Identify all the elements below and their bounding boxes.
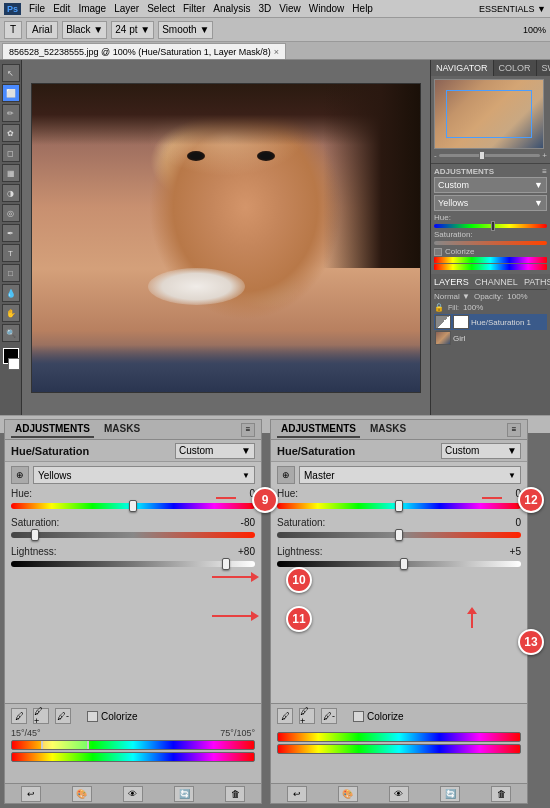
left-hue-thumb[interactable] xyxy=(129,500,137,512)
right-action-btn5[interactable]: 🗑 xyxy=(491,786,511,802)
left-light-value[interactable]: +80 xyxy=(227,546,255,557)
layer-girl[interactable]: Girl xyxy=(434,330,547,346)
background-color[interactable] xyxy=(8,358,20,370)
menu-view[interactable]: View xyxy=(279,3,301,14)
left-eyedrop-btn1[interactable]: 🖊 xyxy=(11,708,27,724)
mini-colorize-checkbox[interactable] xyxy=(434,248,442,256)
nav-zoom-thumb[interactable] xyxy=(479,151,485,160)
right-color-range-bar1[interactable] xyxy=(277,732,521,742)
clone-tool[interactable]: ✿ xyxy=(2,124,20,142)
navigator-tab[interactable]: NAVIGATOR xyxy=(431,60,494,76)
left-adj-preset-dropdown[interactable]: Custom ▼ xyxy=(175,443,255,459)
right-adj-tab-masks[interactable]: MASKS xyxy=(366,421,410,438)
right-sat-value[interactable]: 0 xyxy=(493,517,521,528)
eyedrop-tool[interactable]: 💧 xyxy=(2,284,20,302)
mini-preset-dropdown[interactable]: Custom ▼ xyxy=(434,177,547,193)
left-action-btn1[interactable]: ↩ xyxy=(21,786,41,802)
left-eyedrop-btn3[interactable]: 🖊- xyxy=(55,708,71,724)
anti-alias[interactable]: Smooth ▼ xyxy=(158,21,213,39)
left-action-btn3[interactable]: 👁 xyxy=(123,786,143,802)
tool-options[interactable]: T xyxy=(4,21,22,39)
hand-tool[interactable]: ✋ xyxy=(2,304,20,322)
blur-tool[interactable]: ◑ xyxy=(2,184,20,202)
right-adj-preset-dropdown[interactable]: Custom ▼ xyxy=(441,443,521,459)
mini-sat-track[interactable] xyxy=(434,241,547,245)
tab-close-btn[interactable]: × xyxy=(274,47,279,57)
right-hue-track[interactable] xyxy=(277,503,521,509)
right-action-btn1[interactable]: ↩ xyxy=(287,786,307,802)
left-sat-value[interactable]: -80 xyxy=(227,517,255,528)
right-sat-thumb[interactable] xyxy=(395,529,403,541)
menu-help[interactable]: Help xyxy=(352,3,373,14)
brush-tool[interactable]: ✏ xyxy=(2,104,20,122)
nav-zoom-slider[interactable] xyxy=(439,154,541,157)
menu-window[interactable]: Window xyxy=(309,3,345,14)
right-action-btn2[interactable]: 🎨 xyxy=(338,786,358,802)
crop-tool[interactable]: ⬜ xyxy=(2,84,20,102)
right-eyedrop-btn3[interactable]: 🖊- xyxy=(321,708,337,724)
left-action-btn2[interactable]: 🎨 xyxy=(72,786,92,802)
menu-filter[interactable]: Filter xyxy=(183,3,205,14)
gradient-tool[interactable]: ▦ xyxy=(2,164,20,182)
left-color-range-bar1[interactable] xyxy=(11,740,255,750)
left-action-btn5[interactable]: 🗑 xyxy=(225,786,245,802)
layers-tab[interactable]: LAYERS xyxy=(434,277,469,287)
right-eyedrop-btn2[interactable]: 🖊+ xyxy=(299,708,315,724)
document-tab[interactable]: 856528_52238555.jpg @ 100% (Hue/Saturati… xyxy=(2,43,286,59)
left-colorize-checkbox[interactable] xyxy=(87,711,98,722)
left-light-thumb[interactable] xyxy=(222,558,230,570)
left-channel-dropdown[interactable]: Yellows ▼ xyxy=(33,466,255,484)
left-action-btn4[interactable]: 🔄 xyxy=(174,786,194,802)
right-colorize-checkbox[interactable] xyxy=(353,711,364,722)
shape-tool[interactable]: □ xyxy=(2,264,20,282)
zoom-tool[interactable]: 🔍 xyxy=(2,324,20,342)
menu-file[interactable]: File xyxy=(29,3,45,14)
left-light-track[interactable] xyxy=(11,561,255,567)
right-adj-menu-btn[interactable]: ≡ xyxy=(507,423,521,437)
menu-image[interactable]: Image xyxy=(78,3,106,14)
right-eyedrop-btn1[interactable]: 🖊 xyxy=(277,708,293,724)
fill-value[interactable]: 100% xyxy=(463,303,483,312)
mini-adj-menu[interactable]: ≡ xyxy=(542,167,547,176)
swatches-tab[interactable]: SWATC xyxy=(537,60,550,76)
essentials-btn[interactable]: ESSENTIALS ▼ xyxy=(479,4,546,14)
selection-tool[interactable]: ↖ xyxy=(2,64,20,82)
paths-tab[interactable]: PATHS xyxy=(524,277,550,287)
menu-edit[interactable]: Edit xyxy=(53,3,70,14)
font-selector[interactable]: Arial xyxy=(26,21,58,39)
right-adj-tab-adjustments[interactable]: ADJUSTMENTS xyxy=(277,421,360,438)
menu-select[interactable]: Select xyxy=(147,3,175,14)
pen-tool[interactable]: ✒ xyxy=(2,224,20,242)
right-action-btn3[interactable]: 👁 xyxy=(389,786,409,802)
channels-tab[interactable]: CHANNEL xyxy=(475,277,518,287)
nav-zoom-in-icon[interactable]: + xyxy=(542,151,547,160)
right-hue-thumb[interactable] xyxy=(395,500,403,512)
right-light-track[interactable] xyxy=(277,561,521,567)
left-hue-track[interactable] xyxy=(11,503,255,509)
layer-hue-sat[interactable]: Hue/Saturation 1 xyxy=(434,314,547,330)
mini-channel-dropdown[interactable]: Yellows ▼ xyxy=(434,195,547,211)
menu-analysis[interactable]: Analysis xyxy=(213,3,250,14)
left-sat-track[interactable] xyxy=(11,532,255,538)
mini-hue-track[interactable] xyxy=(434,224,547,228)
left-adj-menu-btn[interactable]: ≡ xyxy=(241,423,255,437)
left-eyedrop-btn2[interactable]: 🖊+ xyxy=(33,708,49,724)
font-color[interactable]: Black ▼ xyxy=(62,21,107,39)
text-tool[interactable]: T xyxy=(2,244,20,262)
right-light-thumb[interactable] xyxy=(400,558,408,570)
nav-box[interactable] xyxy=(446,90,532,138)
mini-hue-thumb[interactable] xyxy=(491,221,495,231)
eraser-tool[interactable]: ◻ xyxy=(2,144,20,162)
left-sat-thumb[interactable] xyxy=(31,529,39,541)
right-action-btn4[interactable]: 🔄 xyxy=(440,786,460,802)
right-channel-dropdown[interactable]: Master ▼ xyxy=(299,466,521,484)
left-adj-tab-masks[interactable]: MASKS xyxy=(100,421,144,438)
left-adj-tab-adjustments[interactable]: ADJUSTMENTS xyxy=(11,421,94,438)
font-size[interactable]: 24 pt ▼ xyxy=(111,21,154,39)
menu-3d[interactable]: 3D xyxy=(258,3,271,14)
color-tab[interactable]: COLOR xyxy=(494,60,537,76)
layers-blendmode[interactable]: Normal ▼ xyxy=(434,292,470,301)
dodge-tool[interactable]: ◎ xyxy=(2,204,20,222)
opacity-value[interactable]: 100% xyxy=(507,292,527,301)
menu-layer[interactable]: Layer xyxy=(114,3,139,14)
